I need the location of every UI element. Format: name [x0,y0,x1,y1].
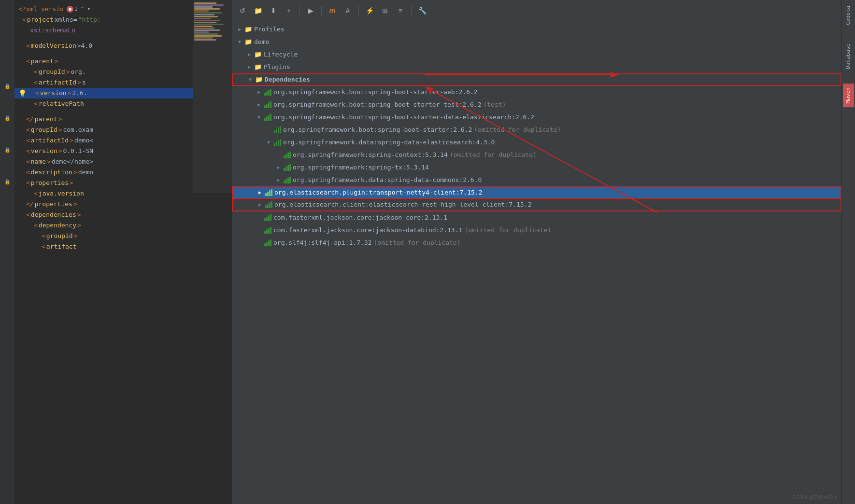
dep3-2-icon [273,139,281,146]
dep6-icon [264,214,271,222]
dep2-label: org.springframework.boot:spring-boot-sta… [273,98,481,111]
dep3-2-2-arrow [274,164,282,171]
tree-item-dep3-2-2[interactable]: org.springframework:spring-tx:5.3.14 [232,161,841,174]
toolbar-sep-1 [299,6,300,15]
plugins-label: Plugins [264,61,290,73]
dep3-2-1-icon [283,151,291,159]
dep7-icon [264,226,271,234]
dependencies-arrow [246,76,254,84]
dependencies-container: 📁 Dependencies [232,73,841,86]
dep1-icon [264,88,271,96]
dep3-2-2-label: org.springframework:spring-tx:5.3.14 [293,161,429,174]
sidebar-tab-maven[interactable]: Maven [843,84,854,107]
code-line-22: <artifact [14,241,232,252]
list-button[interactable]: ≡ [394,4,407,17]
dep5-icon [265,201,272,209]
dep3-2-1-label: org.springframework:spring-context:5.3.1… [293,149,448,161]
tree-item-dep7[interactable]: com.fasterxml.jackson.core:jackson-datab… [232,224,841,237]
dep2-icon [264,101,271,109]
tree-item-dep6[interactable]: com.fasterxml.jackson.core:jackson-core:… [232,211,841,224]
sidebar-tab-codota[interactable]: Codota [843,2,854,29]
tree-item-dep5[interactable]: org.elasticsearch.client:elasticsearch-r… [232,199,841,211]
dep8-label: org.slf4j:slf4j-api:1.7.32 [273,237,372,249]
watermark: CSDN @ZNineSun [792,494,838,500]
dep3-1-suffix: (omitted for duplicate) [474,124,561,136]
dep2-arrow [255,101,263,109]
tree-item-demo[interactable]: 📁 demo [232,36,841,48]
dep5-label: org.elasticsearch.client:elasticsearch-r… [274,198,531,211]
grid-button[interactable]: ⊞ [378,4,392,17]
tree-item-dep3-1[interactable]: org.springframework.boot:spring-boot-sta… [232,124,841,136]
profiles-folder-icon: 📁 [244,26,252,33]
code-line-20: <dependency> [14,220,232,231]
dep4-arrow [256,189,264,196]
dep1-label: org.springframework.boot:spring-boot-sta… [273,86,478,98]
dep3-2-3-arrow [274,176,282,184]
reload-button[interactable]: ↺ [236,4,249,17]
dependencies-label: Dependencies [265,73,310,86]
dep8-suffix: (omitted for duplicate) [374,237,461,249]
tree-item-dep3-2-1[interactable]: org.springframework:spring-context:5.3.1… [232,149,841,161]
dep4-label: org.elasticsearch.plugin:transport-netty… [274,186,482,199]
dependencies-folder-icon: 📁 [255,76,263,84]
demo-arrow [236,38,243,46]
dep4-icon [265,189,272,196]
right-sidebar: Codota Database Maven [841,0,855,504]
tree-item-dep3-2-3[interactable]: org.springframework.data:spring-data-com… [232,174,841,186]
gutter-icon-4: 🔒 [3,178,11,185]
error-badge: ● [67,6,73,13]
dep5-arrow [256,201,264,209]
folder-button[interactable]: 📁 [251,4,265,17]
code-line-19: <dependencies> — [14,210,232,220]
gutter-icon-3: 🔒 [3,146,11,154]
plugins-arrow [245,63,253,71]
tree-item-dep2[interactable]: org.springframework.boot:spring-boot-sta… [232,98,841,111]
code-bracket: <?xml versio [18,4,64,14]
gutter-icon-2: 🔒 [3,114,11,122]
tree-item-dep3[interactable]: org.springframework.boot:spring-boot-sta… [232,111,841,124]
dep3-2-3-icon [283,176,291,184]
tree-item-profiles[interactable]: 📁 Profiles [232,23,841,36]
add-button[interactable]: + [282,4,296,17]
run-button[interactable]: ▶ [304,4,317,17]
dep6-label: com.fasterxml.jackson.core:jackson-core:… [273,211,447,224]
gutter-icon-1: 🔒 [3,82,11,90]
profiles-label: Profiles [254,23,285,36]
settings-button[interactable]: 🔧 [415,4,429,17]
demo-folder-icon: 📁 [244,38,252,46]
maven-toolbar: ↺ 📁 ⬇ + ▶ m # ⚡ ⊞ ≡ 🔧 [232,0,841,21]
dep3-arrow [255,113,263,121]
dep3-icon [264,113,271,121]
tree-item-plugins[interactable]: 📁 Plugins [232,61,841,73]
lifecycle-arrow [245,51,253,58]
toolbar-sep-3 [358,6,359,15]
tree-item-dependencies[interactable]: 📁 Dependencies [232,73,841,86]
dep7-label: com.fasterxml.jackson.core:jackson-datab… [273,224,462,237]
editor-gutter: 🔒 🔒 🔒 🔒 [0,0,14,504]
lightning-button[interactable]: ⚡ [363,4,376,17]
profiles-arrow [236,26,243,33]
download-button[interactable]: ⬇ [267,4,280,17]
maven-tree[interactable]: 📁 Profiles 📁 demo 📁 Lifecycle [232,21,841,504]
dep3-2-arrow [265,139,272,146]
maven-m-button[interactable]: m [326,4,339,17]
dep3-1-icon [273,126,281,134]
tree-item-dep4[interactable]: org.elasticsearch.plugin:transport-netty… [232,186,841,199]
sidebar-tab-database[interactable]: Database [843,40,854,73]
maven-panel: ↺ 📁 ⬇ + ▶ m # ⚡ ⊞ ≡ 🔧 📁 Prof [232,0,841,504]
dep2-suffix: (test) [483,98,506,111]
caret-marker: 1 ^ ▾ [74,4,90,14]
editor-panel: 🔒 🔒 🔒 🔒 <?xml versio ● 1 ^ ▾ <project xm… [0,0,232,504]
tree-item-dep3-2[interactable]: org.springframework.data:spring-data-ela… [232,136,841,149]
tree-item-dep8[interactable]: org.slf4j:slf4j-api:1.7.32 (omitted for … [232,237,841,249]
dep3-2-1-suffix: (omitted for duplicate) [450,149,537,161]
hash-button[interactable]: # [341,4,355,17]
demo-label: demo [254,36,269,48]
dep3-2-3-label: org.springframework.data:spring-data-com… [293,174,482,186]
lifecycle-folder-icon: 📁 [254,51,262,58]
dep3-1-label: org.springframework.boot:spring-boot-sta… [283,124,472,136]
tree-item-dep1[interactable]: org.springframework.boot:spring-boot-sta… [232,86,841,98]
tree-item-lifecycle[interactable]: 📁 Lifecycle [232,48,841,61]
toolbar-sep-4 [411,6,412,15]
toolbar-sep-2 [321,6,322,15]
